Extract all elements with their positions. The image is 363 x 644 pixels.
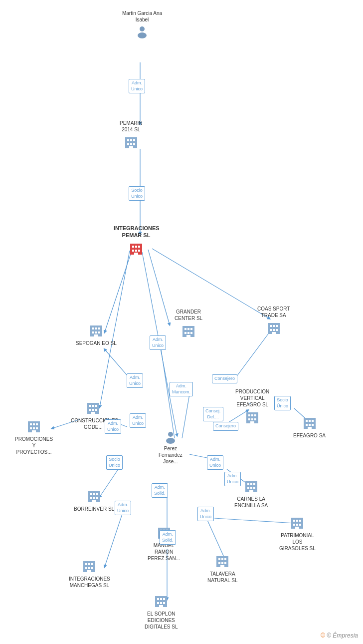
badge-adm-unico-top: Adm.Unico: [129, 79, 145, 93]
node-borreinver-label: BORREINVER SL: [74, 506, 114, 512]
svg-rect-155: [160, 602, 162, 604]
building-icon-carnes-la: [243, 478, 259, 494]
svg-rect-91: [91, 412, 95, 414]
badge-label-adm-unico-cg: Adm.Unico: [105, 419, 121, 434]
node-patrimonial[interactable]: PATRIMONIALLOSGIRASOLES SL: [279, 513, 316, 552]
badge-consej-del: Consej.Del....: [203, 407, 223, 421]
svg-rect-72: [306, 424, 308, 426]
svg-rect-148: [224, 562, 226, 564]
svg-rect-71: [312, 420, 314, 422]
badge-adm-unico-cg2: Adm.Unico: [130, 413, 146, 428]
svg-line-4: [148, 250, 170, 324]
svg-rect-119: [90, 493, 92, 495]
badge-socio-unico-b: SocioÚnico: [106, 455, 123, 470]
node-coas-sport[interactable]: COAS SPORTTRADE SA: [257, 306, 290, 337]
svg-rect-58: [276, 329, 278, 331]
node-manuel-ramon-label: MANUELRAMONPEREZ SAN...: [148, 542, 180, 562]
badge-adm-unico-cg: Adm.Unico: [105, 419, 121, 434]
svg-rect-79: [98, 327, 100, 329]
node-patrimonial-label: PATRIMONIALLOSGIRASOLES SL: [279, 532, 316, 552]
node-grander-center[interactable]: GRANDERCENTER SL: [175, 309, 202, 340]
svg-rect-117: [295, 527, 299, 529]
svg-rect-82: [98, 331, 100, 333]
svg-rect-112: [296, 520, 298, 522]
svg-rect-99: [32, 430, 36, 432]
svg-rect-125: [92, 500, 96, 502]
badge-adm-unico-pf: Adm.Unico: [207, 455, 223, 470]
svg-rect-53: [270, 325, 272, 327]
svg-line-6: [105, 250, 132, 332]
svg-rect-61: [248, 414, 250, 416]
badge-label-consejero-coas: Consejero: [212, 374, 237, 383]
building-icon-el-soplon: [153, 593, 169, 609]
person-icon-martin: [135, 24, 149, 38]
svg-rect-109: [249, 490, 253, 492]
svg-rect-140: [91, 567, 93, 569]
svg-rect-38: [135, 246, 137, 248]
node-martin-label: Martin Garcia Ana Isabel: [120, 10, 165, 23]
svg-rect-106: [247, 487, 249, 489]
svg-rect-29: [127, 139, 129, 141]
svg-rect-116: [299, 524, 301, 526]
badge-consejero-coas: Consejero: [212, 374, 237, 383]
node-produccion-vertical[interactable]: PRODUCCIONVERTICALEFEAGRO SL: [235, 388, 269, 427]
svg-line-13: [182, 394, 189, 438]
node-integraciones-pemar[interactable]: INTEGRACIONESPEMAR SL: [114, 225, 159, 258]
svg-rect-86: [92, 405, 94, 407]
building-icon-patrimonial: [289, 515, 305, 531]
building-icon-sepogan: [88, 322, 104, 338]
svg-rect-77: [92, 327, 94, 329]
badge-socio-unico-pv: SocioÚnico: [274, 396, 291, 410]
badge-label-adm-solid: Adm.Solid.: [152, 483, 168, 498]
node-integraciones-pemar-label: INTEGRACIONESPEMAR SL: [114, 225, 159, 239]
svg-rect-73: [309, 424, 311, 426]
building-icon-promociones: [26, 418, 42, 434]
svg-rect-156: [163, 602, 165, 604]
badge-label-adm-mancom: Adm.Mancom.: [170, 382, 193, 396]
svg-rect-144: [221, 558, 223, 560]
node-sepogan[interactable]: SEPOGAN EO SL: [76, 321, 117, 346]
badge-label-adm-unico-cg2: Adm.Unico: [130, 413, 146, 428]
svg-rect-81: [95, 331, 97, 333]
node-borreinver[interactable]: BORREINVER SL: [74, 487, 114, 512]
node-carnes-la[interactable]: CARNES LAENCINILLA SA: [234, 477, 268, 509]
node-martin: Martin Garcia Ana Isabel: [120, 10, 165, 40]
svg-rect-103: [247, 483, 249, 485]
node-pemarin[interactable]: PEMARIN2014 SL: [120, 120, 143, 152]
badge-adm-unico-b: Adm.Unico: [115, 501, 131, 515]
svg-rect-32: [127, 143, 129, 145]
svg-point-100: [168, 432, 173, 437]
building-icon-produccion-vertical: [244, 409, 260, 425]
watermark: © © Êmpresia: [321, 632, 358, 639]
svg-rect-120: [93, 493, 95, 495]
node-el-soplon[interactable]: EL SOPLONEDICIONESDIGITALES SL: [145, 592, 178, 630]
svg-rect-153: [163, 598, 165, 600]
node-integraciones-manchegas[interactable]: INTEGRACIONESMANCHEGAS SL: [69, 557, 110, 589]
svg-rect-111: [293, 520, 295, 522]
badge-label-adm-solid2: Adm.Solid.: [160, 530, 176, 545]
svg-rect-66: [254, 418, 256, 420]
svg-rect-56: [270, 329, 272, 331]
svg-rect-40: [132, 250, 134, 252]
node-promociones[interactable]: PROMOCIONESYPROYECTOS...: [15, 417, 53, 455]
svg-rect-121: [96, 493, 98, 495]
svg-rect-154: [157, 602, 159, 604]
svg-rect-105: [253, 483, 255, 485]
svg-rect-151: [157, 598, 159, 600]
node-grander-center-label: GRANDERCENTER SL: [175, 309, 202, 322]
node-talavera-natural[interactable]: TALAVERANATURAL SL: [207, 552, 238, 584]
svg-rect-89: [92, 409, 94, 411]
node-efeagro[interactable]: EFEAGRO SA: [293, 413, 326, 439]
svg-rect-31: [133, 139, 135, 141]
badge-label-socio-unico-top: SocioÚnico: [129, 186, 145, 201]
node-perez-label: PerezFernandezJose...: [159, 445, 182, 465]
svg-rect-63: [254, 414, 256, 416]
svg-rect-83: [94, 334, 98, 336]
building-icon-construcciones: [85, 400, 101, 416]
svg-rect-149: [220, 565, 224, 567]
svg-rect-65: [251, 418, 253, 420]
svg-rect-74: [312, 424, 314, 426]
svg-rect-141: [87, 570, 91, 572]
svg-rect-62: [251, 414, 253, 416]
node-efeagro-label: EFEAGRO SA: [293, 432, 326, 439]
